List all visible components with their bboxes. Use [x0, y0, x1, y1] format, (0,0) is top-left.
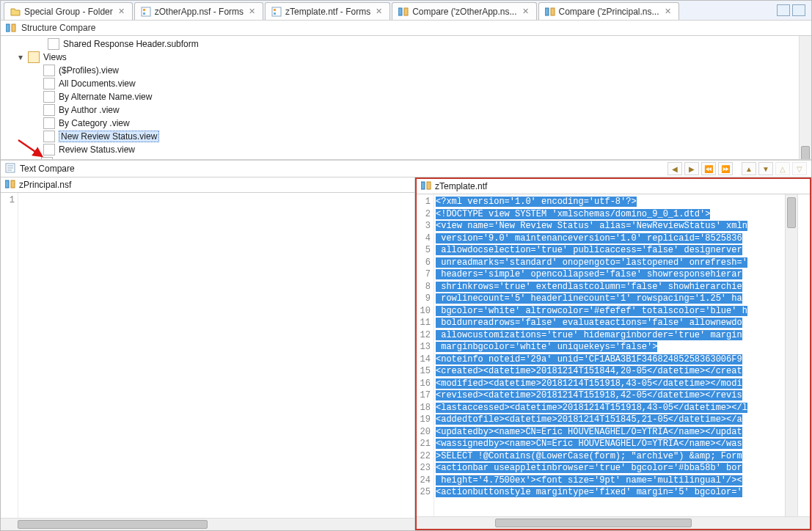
editor-tab[interactable]: zTemplate.ntf - Forms✕ [265, 2, 390, 20]
close-icon[interactable]: ✕ [247, 7, 257, 16]
file-icon [48, 38, 59, 50]
tree-node[interactable]: By Alternate Name.view [2, 90, 808, 103]
tree-node-label: By Author .view [59, 105, 120, 115]
right-code-area[interactable]: <?xml version='1.0' encoding='utf-8'?> <… [434, 194, 797, 516]
svg-rect-9 [551, 8, 555, 15]
text-compare-pane: Text Compare ◀ ▶ ⏪ ⏩ ▲ ▼ △ ▽ [1, 161, 811, 530]
file-icon [43, 91, 55, 103]
tree-node-label: Review Status.view [59, 144, 135, 155]
tab-label: Compare ('zOtherApp.ns... [412, 7, 516, 17]
next-change-button[interactable]: △ [775, 162, 790, 175]
tree-node-label: Views [43, 52, 67, 62]
forms-icon [141, 7, 151, 17]
compare-icon [398, 7, 409, 17]
tab-label: Special Group - Folder [24, 7, 113, 17]
svg-rect-4 [274, 9, 276, 11]
left-code-wrap: 1 [1, 193, 414, 518]
text-compare-right: zTemplate.ntf 1 2 3 4 5 6 7 8 9 10 11 12… [415, 177, 811, 530]
svg-rect-2 [143, 12, 145, 15]
editor-tabbar: Special Group - Folder✕zOtherApp.nsf - F… [1, 1, 811, 21]
file-icon [43, 117, 55, 129]
left-file-header: zPrincipal.nsf [1, 177, 414, 193]
copy-left-to-right-button[interactable]: ▶ [684, 162, 699, 175]
tab-label: zOtherApp.nsf - Forms [155, 7, 244, 17]
scrollbar-vertical[interactable] [785, 194, 797, 516]
close-icon[interactable]: ✕ [117, 7, 126, 16]
svg-rect-6 [398, 8, 402, 15]
text-compare-toolbar: ◀ ▶ ⏪ ⏩ ▲ ▼ △ ▽ [667, 162, 811, 175]
editor-tab[interactable]: Compare ('zOtherApp.ns...✕ [392, 2, 536, 20]
right-code-wrap: 1 2 3 4 5 6 7 8 9 10 11 12 13 14 15 16 1… [417, 194, 810, 516]
text-compare-title: Text Compare [20, 164, 75, 174]
close-icon[interactable]: ✕ [374, 7, 384, 16]
scrollbar-horizontal[interactable] [417, 516, 810, 529]
twisty-icon[interactable]: ▸ [30, 158, 37, 159]
folder-icon [28, 51, 40, 63]
text-compare-header: Text Compare ◀ ▶ ⏪ ⏩ ▲ ▼ △ ▽ [1, 161, 811, 177]
tree-node-label: New Review Status.view [59, 131, 159, 142]
svg-rect-18 [11, 180, 15, 188]
right-gutter: 1 2 3 4 5 6 7 8 9 10 11 12 13 14 15 16 1… [417, 194, 434, 516]
compare-icon [5, 22, 17, 34]
maximize-view-button[interactable] [792, 4, 805, 16]
scrollbar-horizontal[interactable] [1, 518, 414, 530]
left-file-name: zPrincipal.nsf [19, 180, 71, 190]
svg-rect-19 [421, 182, 425, 189]
tree-node[interactable]: ▸plugin.xml [2, 156, 808, 159]
file-icon [41, 157, 53, 159]
svg-rect-17 [5, 180, 9, 188]
app-window: Special Group - Folder✕zOtherApp.nsf - F… [0, 0, 812, 531]
tree-node[interactable]: ($Profiles).view [2, 64, 808, 77]
right-file-header: zTemplate.ntf [417, 179, 810, 194]
tree-node-label: By Category .view [59, 118, 130, 128]
next-diff-button[interactable]: ▲ [742, 162, 756, 175]
right-file-name: zTemplate.ntf [435, 181, 487, 191]
tree-node[interactable]: By Author .view [2, 103, 808, 117]
tree-node-label: Shared Response Header.subform [63, 39, 199, 49]
editor-tab[interactable]: Special Group - Folder✕ [4, 2, 133, 20]
file-icon [43, 144, 55, 155]
change-overview-ruler[interactable] [797, 194, 810, 516]
editor-tab[interactable]: Compare ('zPrincipal.ns...✕ [538, 2, 679, 20]
text-compare-split: zPrincipal.nsf 1 zTemplate.ntf 1 2 3 4 [1, 177, 811, 530]
close-icon[interactable]: ✕ [663, 7, 673, 16]
tree-node[interactable]: All Documents.view [2, 77, 808, 90]
tree-node[interactable]: Review Status.view [2, 143, 808, 156]
tree-node[interactable]: Shared Response Header.subform [2, 37, 808, 51]
prev-diff-button[interactable]: ▼ [758, 162, 773, 175]
prev-change-button[interactable]: ▽ [792, 162, 807, 175]
compare-icon [545, 7, 555, 17]
db-icon [421, 180, 431, 193]
text-compare-left: zPrincipal.nsf 1 [1, 177, 415, 530]
scrollbar-vertical[interactable] [799, 36, 811, 159]
svg-rect-20 [427, 182, 431, 189]
svg-rect-0 [142, 7, 150, 16]
svg-rect-10 [6, 24, 10, 32]
file-icon [43, 131, 55, 142]
tree-node-label: By Alternate Name.view [59, 92, 152, 102]
tree-node-label: plugin.xml [56, 158, 96, 159]
structure-compare-title-bar: Structure Compare [1, 21, 811, 36]
tree-node[interactable]: ▾Views [2, 51, 808, 64]
forms-icon [271, 7, 282, 17]
twisty-icon[interactable]: ▾ [17, 52, 24, 62]
copy-all-right-to-left-button[interactable]: ⏪ [701, 162, 716, 175]
tree-node[interactable]: New Review Status.view [2, 130, 808, 143]
tree-node-label: ($Profiles).view [59, 65, 119, 76]
left-code-area[interactable] [18, 193, 414, 518]
minimize-view-button[interactable] [777, 4, 790, 16]
structure-compare-title: Structure Compare [21, 23, 95, 33]
file-icon [43, 65, 55, 76]
editor-tab[interactable]: zOtherApp.nsf - Forms✕ [134, 2, 263, 20]
structure-tree-scroll[interactable]: Shared Response Header.subform▾Views($Pr… [1, 36, 811, 159]
text-compare-icon [5, 163, 15, 175]
copy-all-left-to-right-button[interactable]: ⏩ [718, 162, 733, 175]
tree-node[interactable]: By Category .view [2, 117, 808, 130]
copy-right-to-left-button[interactable]: ◀ [667, 162, 682, 175]
tree-node-label: All Documents.view [59, 78, 136, 89]
tabbar-tools [777, 1, 808, 20]
tab-label: Compare ('zPrincipal.ns... [559, 7, 659, 17]
svg-rect-3 [272, 7, 281, 16]
close-icon[interactable]: ✕ [521, 7, 530, 16]
svg-rect-11 [12, 24, 15, 32]
